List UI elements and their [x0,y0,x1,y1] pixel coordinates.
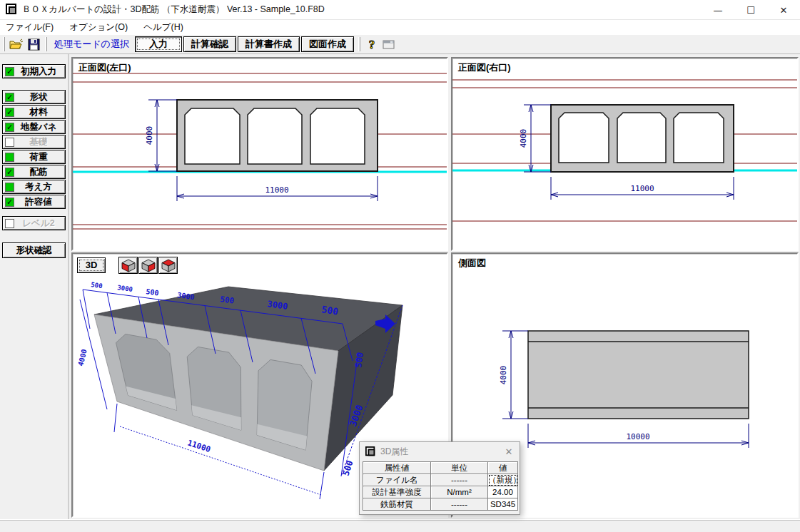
sidebar-item-load[interactable]: 荷重 [2,150,66,164]
cell-label: 鉄筋材質 [363,498,431,511]
mode-select-label: 処理モードの選択 [54,38,129,51]
view-front-cube-icon[interactable] [138,257,158,274]
cell-value[interactable]: （新規） [488,474,518,486]
status-bar [0,519,800,532]
sidebar-item-level2: レベル2 [2,216,66,230]
toolbar-grip [358,37,360,51]
dim-width-label: 11000 [265,185,288,195]
culvert-cells [185,108,365,164]
sidebar: ✓ 初期入力 ✓ 形状 ✓ 材料 ✓ 地盤バネ 基礎 荷重 [0,54,69,519]
sidebar-item-ground-spring[interactable]: ✓ 地盤バネ [2,120,66,134]
header-attribute: 属性値 [363,462,431,474]
maximize-button[interactable]: ☐ [734,0,767,20]
cell-label: ファイル名 [363,474,431,486]
panel-title: 正面図(右口) [458,61,511,74]
sidebar-item-policy[interactable]: 考え方 [2,180,66,194]
svg-text:500: 500 [91,281,103,290]
sidebar-button-shape-confirm[interactable]: 形状確認 [2,242,66,258]
sidebar-item-foundation: 基礎 [2,135,66,149]
table-row: 鉄筋材質 ------ SD345 [363,498,518,511]
app-icon [6,4,18,16]
svg-text:4000: 4000 [76,348,88,367]
cell-value[interactable]: SD345 [488,498,518,511]
header-value: 値 [488,462,518,474]
dialog-3d-attributes: 3D属性 ✕ 属性値 単位 値 ファイル名 ------ （新規） 設計基準強度… [359,441,520,515]
about-window-icon[interactable] [380,36,398,52]
panel-front-view-right: 正面図(右口) [451,57,799,251]
dialog-close-icon[interactable]: ✕ [498,446,520,457]
view-left-cube-icon[interactable] [118,257,138,274]
toolbar-grip [45,37,47,51]
3d-toolbar: 3D [77,257,178,274]
dim-height-label: 4000 [499,366,508,385]
front-view-left-drawing: 4000 11000 [73,58,447,250]
culvert-cells [559,113,724,163]
sidebar-item-initial-input[interactable]: ✓ 初期入力 [2,64,66,78]
table-row: ファイル名 ------ （新規） [363,474,518,486]
table-header-row: 属性値 単位 値 [363,462,518,474]
dim-height-label: 4000 [145,126,154,145]
culvert-side-body [528,331,749,419]
toolbar: 処理モードの選択 入力 計算確認 計算書作成 図面作成 ? [0,34,800,54]
sidebar-item-material[interactable]: ✓ 材料 [2,105,66,119]
checkbox-unchecked-icon [5,138,14,147]
sidebar-item-allowable[interactable]: ✓ 許容値 [2,195,66,209]
svg-text:500: 500 [220,295,235,306]
checkbox-checked-icon: ✓ [5,93,14,102]
mode-button-calc-check[interactable]: 計算確認 [183,36,236,52]
svg-text:?: ? [369,38,375,51]
menu-file[interactable]: ファイル(F) [6,21,54,34]
panel-front-view-left: 正面図(左口) [71,57,448,251]
front-view-right-drawing: 4000 11000 [452,58,797,250]
mode-button-input[interactable]: 入力 [135,36,182,52]
svg-text:500: 500 [353,352,365,368]
cell-unit: N/mm² [431,486,488,498]
checkbox-checked-icon: ✓ [5,123,14,132]
dialog-app-icon [365,446,376,457]
svg-text:3000: 3000 [117,284,133,293]
3d-mode-button[interactable]: 3D [77,257,106,273]
dialog-title-bar[interactable]: 3D属性 ✕ [360,442,520,461]
cell-unit: ------ [431,498,488,511]
svg-text:11000: 11000 [186,438,212,454]
save-icon[interactable] [25,36,42,52]
dim-width-label: 10000 [626,432,649,441]
menu-options[interactable]: オプション(O) [69,21,128,34]
help-icon[interactable]: ? [363,36,380,52]
sidebar-item-rebar[interactable]: ✓ 配筋 [2,165,66,179]
checkbox-filled-icon [5,183,14,192]
mode-button-report[interactable]: 計算書作成 [238,36,300,52]
cell-unit: ------ [431,474,488,486]
dim-width-label: 11000 [630,184,654,193]
menu-help[interactable]: ヘルプ(H) [143,21,183,34]
panel-title: 正面図(左口) [79,61,131,74]
mode-button-drawing[interactable]: 図面作成 [301,36,354,52]
checkbox-unchecked-icon [5,219,14,228]
window-title: ＢＯＸカルバートの設計・3D配筋 （下水道耐震） Ver.13 - Sample… [22,4,325,16]
sidebar-item-shape[interactable]: ✓ 形状 [2,90,66,104]
application-window: ＢＯＸカルバートの設計・3D配筋 （下水道耐震） Ver.13 - Sample… [0,0,800,532]
dialog-title: 3D属性 [380,446,498,458]
dim-height-label: 4000 [519,129,528,148]
minimize-button[interactable]: — [702,0,734,20]
checkbox-checked-icon: ✓ [5,198,14,207]
view-top-cube-icon[interactable] [158,257,178,274]
table-row: 設計基準強度 N/mm² 24.00 [363,486,518,498]
checkbox-checked-icon: ✓ [5,108,14,117]
header-unit: 単位 [431,462,488,474]
close-button[interactable]: ✕ [767,0,800,20]
title-bar: ＢＯＸカルバートの設計・3D配筋 （下水道耐震） Ver.13 - Sample… [0,0,800,20]
checkbox-checked-icon: ✓ [5,67,14,76]
menu-bar: ファイル(F) オプション(O) ヘルプ(H) [0,20,800,34]
attributes-table: 属性値 単位 値 ファイル名 ------ （新規） 設計基準強度 N/mm² … [363,461,518,511]
cell-label: 設計基準強度 [363,486,431,498]
toolbar-grip [3,37,5,51]
checkbox-filled-icon [5,153,14,162]
svg-text:500: 500 [146,287,159,297]
checkbox-checked-icon: ✓ [5,168,14,177]
cell-value[interactable]: 24.00 [488,486,518,498]
panel-title: 側面図 [458,257,486,270]
open-folder-icon[interactable] [8,36,25,52]
